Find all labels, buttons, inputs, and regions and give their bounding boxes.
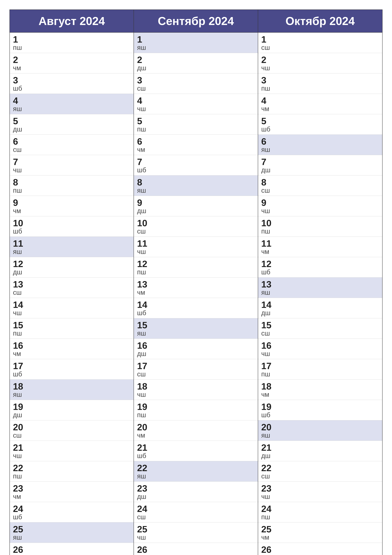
day-label: сш (137, 228, 255, 235)
day-label: шб (261, 126, 379, 132)
day-row-september-7: 7шб (134, 155, 258, 175)
day-row-october-25: 25чм (258, 522, 382, 543)
day-row-september-14: 14шб (134, 298, 258, 318)
day-label: дш (261, 167, 379, 173)
day-number: 1 (13, 35, 130, 44)
day-label: яш (13, 534, 130, 541)
day-label: шб (13, 514, 130, 520)
day-label: яш (13, 248, 130, 255)
day-row-october-17: 17пш (258, 359, 382, 380)
day-number: 6 (13, 137, 130, 146)
day-label: яш (137, 330, 255, 337)
day-row-august-13: 13сш (10, 278, 134, 298)
day-number: 5 (137, 117, 255, 126)
day-row-august-1: 1пш (10, 33, 134, 53)
day-row-august-11: 11яш (10, 237, 134, 257)
day-number: 14 (137, 300, 255, 309)
day-number: 2 (137, 55, 255, 64)
day-row-august-12: 12дш (10, 257, 134, 278)
day-number: 24 (13, 504, 130, 513)
day-label: сш (261, 44, 379, 51)
day-label: яш (261, 432, 379, 439)
day-number: 15 (261, 321, 379, 330)
day-label: сш (261, 473, 379, 480)
day-number: 20 (13, 423, 130, 432)
day-label: чм (137, 146, 255, 153)
day-row-september-11: 11чш (134, 237, 258, 257)
day-number: 6 (137, 137, 255, 146)
day-number: 17 (261, 361, 379, 371)
day-row-august-23: 23чм (10, 482, 134, 502)
day-row-october-23: 23чш (258, 482, 382, 502)
day-row-september-5: 5пш (134, 114, 258, 135)
month-header-september: Сентябр 2024 (134, 10, 258, 33)
day-label: шб (261, 269, 379, 275)
day-number: 9 (13, 198, 130, 207)
day-row-september-4: 4чш (134, 94, 258, 114)
day-label: пш (137, 412, 255, 418)
day-label: дш (13, 412, 130, 418)
day-number: 8 (137, 178, 255, 187)
day-number: 3 (261, 76, 379, 85)
day-label: чш (13, 167, 130, 173)
day-row-september-16: 16дш (134, 339, 258, 359)
day-row-august-9: 9чм (10, 196, 134, 216)
day-number: 20 (137, 423, 255, 432)
day-number: 23 (13, 484, 130, 493)
day-number: 23 (137, 484, 255, 493)
day-row-october-9: 9чш (258, 196, 382, 216)
day-label: пш (137, 269, 255, 275)
day-number: 22 (13, 463, 130, 473)
day-row-october-5: 5шб (258, 114, 382, 135)
day-label: дш (137, 65, 255, 71)
day-row-august-25: 25яш (10, 522, 134, 543)
page: Август 20241пш2чм3шб4яш5дш6сш7чш8пш9чм10… (0, 0, 392, 555)
day-label: пш (261, 85, 379, 92)
day-row-august-15: 15пш (10, 318, 134, 339)
day-row-october-14: 14дш (258, 298, 382, 318)
day-label: дш (261, 453, 379, 459)
day-number: 4 (13, 96, 130, 105)
day-number: 18 (137, 382, 255, 391)
day-row-august-7: 7чш (10, 155, 134, 175)
day-number: 17 (137, 361, 255, 371)
day-label: пш (13, 44, 130, 51)
day-number: 9 (261, 198, 379, 207)
day-number: 2 (13, 55, 130, 64)
day-label: шб (137, 453, 255, 459)
day-number: 1 (261, 35, 379, 44)
calendar-grid: Август 20241пш2чм3шб4яш5дш6сш7чш8пш9чм10… (9, 9, 383, 555)
day-row-august-19: 19дш (10, 400, 134, 420)
day-row-september-20: 20чм (134, 420, 258, 441)
day-row-october-4: 4чм (258, 94, 382, 114)
day-row-august-10: 10шб (10, 216, 134, 237)
day-label: шб (13, 85, 130, 92)
day-row-august-24: 24шб (10, 502, 134, 522)
day-label: яш (137, 44, 255, 51)
day-label: дш (137, 493, 255, 500)
day-number: 26 (261, 545, 379, 554)
day-label: чш (137, 391, 255, 398)
day-row-september-1: 1яш (134, 33, 258, 53)
day-row-october-11: 11чм (258, 237, 382, 257)
day-label: дш (13, 269, 130, 275)
day-number: 12 (137, 259, 255, 269)
day-label: шб (137, 167, 255, 173)
day-row-september-24: 24сш (134, 502, 258, 522)
day-number: 11 (261, 239, 379, 248)
day-label: сш (13, 289, 130, 296)
day-number: 11 (137, 239, 255, 248)
day-number: 26 (13, 545, 130, 554)
day-label: пш (13, 330, 130, 337)
day-number: 13 (13, 280, 130, 289)
day-number: 12 (13, 259, 130, 269)
day-number: 26 (137, 545, 255, 554)
day-row-september-2: 2дш (134, 53, 258, 73)
day-row-september-17: 17сш (134, 359, 258, 380)
day-number: 16 (13, 341, 130, 350)
day-label: сш (261, 330, 379, 337)
day-label: чш (261, 493, 379, 500)
day-row-october-22: 22сш (258, 461, 382, 482)
month-column-october: Октябр 20241сш2чш3пш4чм5шб6яш7дш8сш9чш10… (258, 10, 382, 555)
day-row-september-12: 12пш (134, 257, 258, 278)
